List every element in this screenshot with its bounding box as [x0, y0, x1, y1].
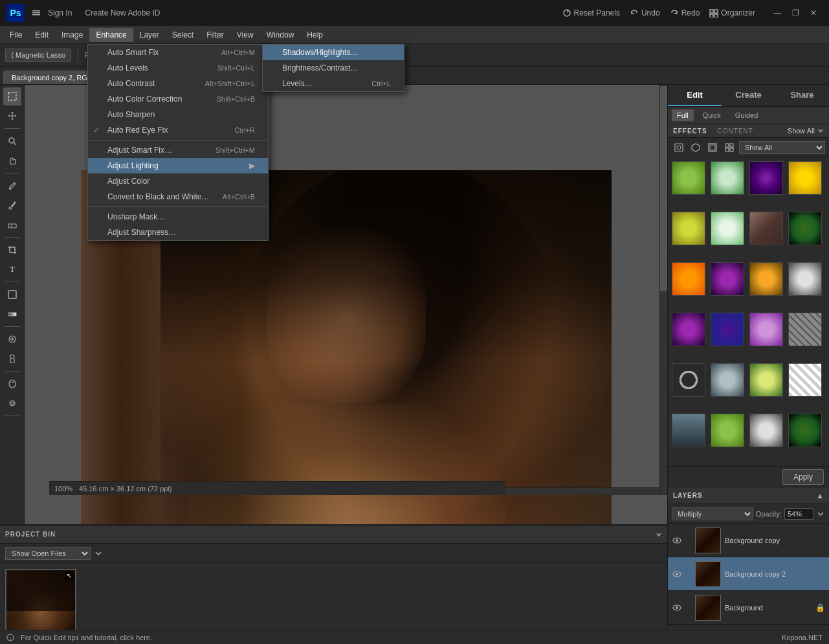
- vertical-scrollbar[interactable]: [659, 85, 667, 495]
- effects-icon-2[interactable]: [689, 140, 703, 155]
- effect-thumb-4[interactable]: [672, 212, 705, 245]
- menu-select[interactable]: Select: [166, 28, 200, 42]
- menu-auto-levels[interactable]: Auto Levels Shift+Ctrl+L: [88, 60, 268, 76]
- effect-thumb-13[interactable]: [711, 313, 744, 346]
- effect-thumb-22[interactable]: [749, 414, 783, 447]
- undo-button[interactable]: Undo: [630, 8, 660, 17]
- opacity-input[interactable]: 54%: [784, 508, 813, 520]
- layer-visibility-1[interactable]: [672, 569, 682, 579]
- effects-filter-dropdown[interactable]: Show All: [739, 141, 825, 154]
- layers-expand-icon[interactable]: ▲: [816, 491, 824, 500]
- menu-image[interactable]: Image: [55, 28, 89, 42]
- menu-adjust-color[interactable]: Adjust Color: [88, 173, 268, 189]
- effect-thumb-16[interactable]: [672, 363, 705, 397]
- eraser-tool[interactable]: [3, 216, 21, 234]
- submenu-brightness-contrast[interactable]: Brightness/Contrast…: [263, 60, 404, 76]
- clone-tool[interactable]: [3, 350, 21, 368]
- menu-auto-sharpen[interactable]: Auto Sharpen: [88, 107, 268, 122]
- magnetic-lasso-tool[interactable]: ⟨ Magnetic Lasso: [5, 49, 71, 62]
- subtab-full[interactable]: Full: [672, 109, 694, 121]
- maximize-button[interactable]: ❐: [786, 4, 804, 22]
- effect-thumb-5[interactable]: [711, 212, 744, 245]
- effect-thumb-21[interactable]: [711, 414, 744, 447]
- tab-edit[interactable]: Edit: [668, 85, 722, 106]
- sign-in-link[interactable]: Sign In: [48, 8, 72, 17]
- effect-thumb-18[interactable]: [749, 363, 783, 397]
- menu-filter[interactable]: Filter: [200, 28, 230, 42]
- project-thumbnail-0[interactable]: ↖: [5, 569, 76, 640]
- submenu-levels[interactable]: Levels… Ctrl+L: [263, 76, 404, 91]
- layer-item-background-copy-2[interactable]: Background copy 2: [668, 557, 829, 591]
- effect-thumb-23[interactable]: [788, 414, 822, 447]
- menu-edit[interactable]: Edit: [28, 28, 55, 42]
- tip-text[interactable]: For Quick Edit tips and tutorial, click …: [21, 634, 152, 641]
- menu-auto-red-eye-fix[interactable]: ✓ Auto Red Eye Fix Ctrl+R: [88, 122, 268, 138]
- effect-thumb-12[interactable]: [672, 313, 705, 346]
- layer-item-background-copy[interactable]: Background copy: [668, 524, 829, 557]
- brush-tool[interactable]: [3, 196, 21, 214]
- gradient-tool[interactable]: [3, 305, 21, 323]
- healing-tool[interactable]: [3, 330, 21, 348]
- menu-enhance[interactable]: Enhance: [89, 28, 133, 42]
- blur-tool[interactable]: [3, 394, 21, 412]
- close-button[interactable]: ✕: [804, 4, 823, 22]
- menu-auto-contrast[interactable]: Auto Contrast Alt+Shift+Ctrl+L: [88, 76, 268, 91]
- menu-icon[interactable]: [31, 8, 41, 18]
- crop-tool[interactable]: [3, 241, 21, 259]
- hand-tool[interactable]: [3, 151, 21, 170]
- menu-file[interactable]: File: [3, 28, 28, 42]
- create-adobe-id-link[interactable]: Create New Adobe ID: [85, 8, 160, 17]
- subtab-quick[interactable]: Quick: [698, 109, 726, 121]
- tab-share[interactable]: Share: [775, 85, 829, 106]
- menu-auto-smart-fix[interactable]: Auto Smart Fix Alt+Ctrl+M: [88, 45, 268, 60]
- effect-thumb-3[interactable]: [788, 161, 822, 195]
- type-tool[interactable]: T: [3, 260, 21, 278]
- project-bin-arrow[interactable]: [656, 531, 662, 538]
- effect-thumb-0[interactable]: [672, 161, 705, 195]
- minimize-button[interactable]: —: [768, 4, 786, 22]
- eyedropper-tool[interactable]: [3, 177, 21, 195]
- submenu-shadows-highlights[interactable]: Shadows/Highlights…: [263, 45, 404, 60]
- menu-adjust-lighting[interactable]: Adjust Lighting ▶: [88, 158, 268, 173]
- effect-thumb-14[interactable]: [749, 313, 783, 346]
- effect-thumb-20[interactable]: [672, 414, 705, 447]
- menu-layer[interactable]: Layer: [133, 28, 166, 42]
- menu-convert-black-white[interactable]: Convert to Black and White… Alt+Ctrl+B: [88, 189, 268, 205]
- effects-icon-1[interactable]: [672, 140, 686, 155]
- effect-thumb-2[interactable]: [749, 161, 783, 195]
- effect-thumb-7[interactable]: [788, 212, 822, 245]
- menu-view[interactable]: View: [230, 28, 260, 42]
- layer-item-background[interactable]: Background 🔒: [668, 591, 829, 625]
- redo-button[interactable]: Redo: [670, 8, 700, 17]
- effect-thumb-15[interactable]: [788, 313, 822, 346]
- sponge-tool[interactable]: [3, 375, 21, 393]
- effect-thumb-11[interactable]: [788, 262, 822, 296]
- effect-thumb-1[interactable]: [711, 161, 744, 195]
- effect-thumb-6[interactable]: [749, 212, 783, 245]
- show-files-dropdown[interactable]: Show Open Files Show Files in Folder: [5, 547, 91, 560]
- menu-help[interactable]: Help: [300, 28, 329, 42]
- reset-panels-button[interactable]: Reset Panels: [562, 8, 620, 17]
- menu-auto-color-correction[interactable]: Auto Color Correction Shift+Ctrl+B: [88, 91, 268, 107]
- layer-visibility-0[interactable]: [672, 535, 682, 546]
- subtab-guided[interactable]: Guided: [730, 109, 763, 121]
- blend-mode-dropdown[interactable]: Multiply: [672, 507, 753, 520]
- effect-thumb-10[interactable]: [749, 262, 783, 296]
- menu-adjust-sharpness[interactable]: Adjust Sharpness…: [88, 225, 268, 240]
- effects-icon-4[interactable]: [722, 140, 736, 155]
- shape-tool[interactable]: [3, 285, 21, 304]
- menu-adjust-smart-fix[interactable]: Adjust Smart Fix… Shift+Ctrl+M: [88, 142, 268, 158]
- layer-visibility-2[interactable]: [672, 603, 682, 613]
- organizer-button[interactable]: Organizer: [709, 8, 755, 17]
- effects-icon-3[interactable]: [705, 140, 720, 155]
- selection-tool[interactable]: [3, 87, 21, 105]
- effect-thumb-19[interactable]: [788, 363, 822, 397]
- menu-unsharp-mask[interactable]: Unsharp Mask…: [88, 209, 268, 225]
- apply-button[interactable]: Apply: [782, 469, 824, 485]
- effect-thumb-17[interactable]: [711, 363, 744, 397]
- zoom-tool[interactable]: [3, 132, 21, 150]
- effect-thumb-9[interactable]: [711, 262, 744, 296]
- move-tool[interactable]: [3, 107, 21, 125]
- menu-window[interactable]: Window: [260, 28, 301, 42]
- tab-create[interactable]: Create: [722, 85, 775, 106]
